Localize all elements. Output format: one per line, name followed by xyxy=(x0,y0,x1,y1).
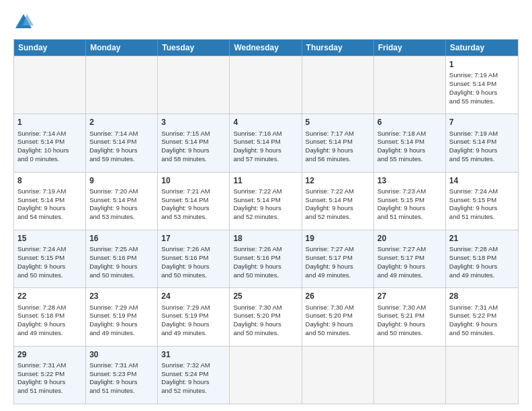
cal-cell-day-17: 17Sunrise: 7:26 AMSunset: 5:16 PMDayligh… xyxy=(158,230,230,287)
day-info-line: Sunset: 5:15 PM xyxy=(17,254,82,263)
cal-week-2: 1Sunrise: 7:14 AMSunset: 5:14 PMDaylight… xyxy=(14,113,518,171)
day-info-line: Sunrise: 7:30 AM xyxy=(233,304,298,312)
cal-cell-day-24: 24Sunrise: 7:29 AMSunset: 5:19 PMDayligh… xyxy=(158,288,230,345)
day-number: 16 xyxy=(89,233,154,244)
cal-header-day-friday: Friday xyxy=(374,40,446,56)
cal-week-1: 1Sunrise: 7:19 AMSunset: 5:14 PMDaylight… xyxy=(14,56,518,113)
cal-week-3: 8Sunrise: 7:19 AMSunset: 5:14 PMDaylight… xyxy=(14,172,518,230)
day-info-line: Sunrise: 7:19 AM xyxy=(449,71,515,80)
day-info-line: and 50 minutes. xyxy=(233,271,298,280)
day-info-line: and 50 minutes. xyxy=(306,329,370,338)
day-info-line: Daylight: 9 hours xyxy=(449,89,515,97)
day-number: 1 xyxy=(449,59,515,70)
day-number: 26 xyxy=(306,291,370,302)
day-info-line: Sunset: 5:14 PM xyxy=(89,196,154,205)
cal-cell-empty xyxy=(302,347,374,404)
day-info-line: Sunset: 5:22 PM xyxy=(449,312,515,320)
day-info-line: Sunset: 5:14 PM xyxy=(17,138,82,146)
day-info-line: Sunset: 5:18 PM xyxy=(17,312,82,320)
day-info-line: and 49 minutes. xyxy=(306,271,370,280)
cal-header-day-monday: Monday xyxy=(86,40,158,56)
day-info-line: Sunset: 5:14 PM xyxy=(233,196,298,205)
day-info-line: Sunset: 5:17 PM xyxy=(306,254,370,263)
day-info-line: Sunset: 5:19 PM xyxy=(89,312,154,320)
day-info-line: Sunset: 5:14 PM xyxy=(161,196,226,205)
cal-cell-day-30: 30Sunrise: 7:31 AMSunset: 5:23 PMDayligh… xyxy=(86,347,158,404)
day-info-line: Daylight: 9 hours xyxy=(306,320,370,329)
day-info-line: and 51 minutes. xyxy=(89,387,154,396)
day-number: 14 xyxy=(449,175,515,186)
day-number: 29 xyxy=(17,349,82,360)
day-info-line: and 56 minutes. xyxy=(306,155,370,164)
day-number: 10 xyxy=(161,175,226,186)
day-info-line: Sunrise: 7:31 AM xyxy=(449,304,515,312)
cal-cell-day-4: 4Sunrise: 7:16 AMSunset: 5:14 PMDaylight… xyxy=(230,114,302,171)
cal-header-day-saturday: Saturday xyxy=(446,40,518,56)
day-info-line: and 52 minutes. xyxy=(233,213,298,222)
day-info-line: Sunrise: 7:28 AM xyxy=(17,304,82,312)
day-info-line: Daylight: 9 hours xyxy=(89,320,154,329)
day-info-line: Sunrise: 7:30 AM xyxy=(306,304,370,312)
day-info-line: and 49 minutes. xyxy=(17,329,82,338)
cal-header-day-thursday: Thursday xyxy=(302,40,374,56)
day-info-line: Sunset: 5:24 PM xyxy=(161,370,226,379)
day-info-line: Sunset: 5:20 PM xyxy=(233,312,298,320)
day-info-line: Sunrise: 7:26 AM xyxy=(161,245,226,254)
day-info-line: Daylight: 9 hours xyxy=(17,378,82,387)
cal-cell-day-15: 15Sunrise: 7:24 AMSunset: 5:15 PMDayligh… xyxy=(14,230,86,287)
day-info-line: Sunset: 5:16 PM xyxy=(89,254,154,263)
day-info-line: Sunrise: 7:32 AM xyxy=(161,361,226,370)
day-info-line: Sunset: 5:18 PM xyxy=(449,254,515,263)
cal-cell-empty xyxy=(374,347,446,404)
day-info-line: Sunset: 5:14 PM xyxy=(378,138,442,146)
day-info-line: Sunset: 5:16 PM xyxy=(161,254,226,263)
day-info-line: Daylight: 9 hours xyxy=(161,378,226,387)
day-info-line: Sunrise: 7:16 AM xyxy=(233,130,298,138)
day-info-line: Sunset: 5:21 PM xyxy=(378,312,442,320)
day-number: 18 xyxy=(233,233,298,244)
cal-cell-day-3: 3Sunrise: 7:15 AMSunset: 5:14 PMDaylight… xyxy=(158,114,230,171)
day-info-line: and 50 minutes. xyxy=(17,271,82,280)
cal-cell-day-16: 16Sunrise: 7:25 AMSunset: 5:16 PMDayligh… xyxy=(86,230,158,287)
day-info-line: Daylight: 9 hours xyxy=(233,204,298,213)
day-number: 11 xyxy=(233,175,298,186)
day-info-line: Daylight: 9 hours xyxy=(306,204,370,213)
day-info-line: and 49 minutes. xyxy=(89,329,154,338)
day-info-line: Sunset: 5:16 PM xyxy=(233,254,298,263)
cal-cell-day-23: 23Sunrise: 7:29 AMSunset: 5:19 PMDayligh… xyxy=(86,288,158,345)
day-info-line: Sunrise: 7:20 AM xyxy=(89,187,154,196)
day-number: 2 xyxy=(89,117,154,128)
day-info-line: and 50 minutes. xyxy=(378,329,442,338)
cal-week-6: 29Sunrise: 7:31 AMSunset: 5:22 PMDayligh… xyxy=(14,346,518,404)
day-info-line: Daylight: 9 hours xyxy=(378,320,442,329)
cal-cell-day-18: 18Sunrise: 7:26 AMSunset: 5:16 PMDayligh… xyxy=(230,230,302,287)
day-number: 24 xyxy=(161,291,226,302)
calendar-header: SundayMondayTuesdayWednesdayThursdayFrid… xyxy=(14,40,518,56)
day-number: 31 xyxy=(161,349,226,360)
day-info-line: Sunset: 5:22 PM xyxy=(17,370,82,379)
cal-header-day-tuesday: Tuesday xyxy=(158,40,230,56)
cal-cell-day-13: 13Sunrise: 7:23 AMSunset: 5:15 PMDayligh… xyxy=(374,173,446,230)
cal-cell-day-26: 26Sunrise: 7:30 AMSunset: 5:20 PMDayligh… xyxy=(302,288,374,345)
cal-cell-empty xyxy=(86,56,158,113)
day-info-line: Sunrise: 7:23 AM xyxy=(378,187,442,196)
day-info-line: Sunrise: 7:27 AM xyxy=(306,245,370,254)
day-info-line: Sunrise: 7:28 AM xyxy=(449,245,515,254)
day-info-line: Daylight: 9 hours xyxy=(378,263,442,271)
cal-cell-day-6: 6Sunrise: 7:18 AMSunset: 5:14 PMDaylight… xyxy=(374,114,446,171)
cal-cell-day-21: 21Sunrise: 7:28 AMSunset: 5:18 PMDayligh… xyxy=(446,230,518,287)
day-info-line: and 50 minutes. xyxy=(89,271,154,280)
cal-header-day-wednesday: Wednesday xyxy=(230,40,302,56)
day-info-line: Daylight: 9 hours xyxy=(306,146,370,155)
day-info-line: Sunrise: 7:15 AM xyxy=(161,130,226,138)
calendar-body: 1Sunrise: 7:19 AMSunset: 5:14 PMDaylight… xyxy=(14,56,518,404)
day-info-line: and 50 minutes. xyxy=(233,329,298,338)
header xyxy=(13,12,519,32)
day-info-line: and 55 minutes. xyxy=(378,155,442,164)
day-info-line: Daylight: 9 hours xyxy=(449,320,515,329)
day-info-line: Daylight: 9 hours xyxy=(378,204,442,213)
day-info-line: Sunrise: 7:22 AM xyxy=(233,187,298,196)
cal-cell-day-12: 12Sunrise: 7:22 AMSunset: 5:14 PMDayligh… xyxy=(302,173,374,230)
day-number: 27 xyxy=(378,291,442,302)
day-info-line: and 57 minutes. xyxy=(233,155,298,164)
